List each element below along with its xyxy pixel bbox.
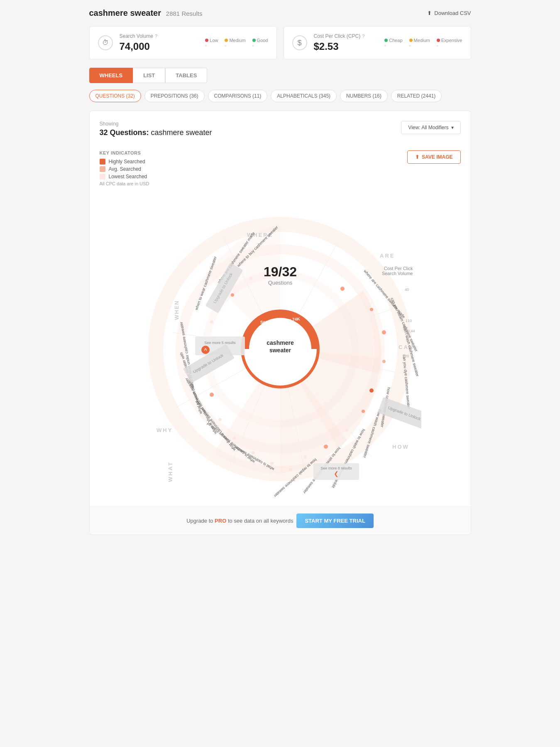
svg-point-33	[369, 388, 374, 393]
svg-text:See more 5 results: See more 5 results	[204, 341, 236, 345]
key-indicators: KEY INDICATORS Highly Searched Avg. Sear…	[100, 150, 149, 186]
indicator-avg-swatch	[100, 166, 105, 172]
cpc-label: Cost Per Click (CPC) ?	[314, 33, 378, 39]
svg-text:❮: ❮	[334, 470, 339, 477]
svg-point-58	[218, 418, 222, 421]
stats-row: ⏱ Search Volume ? 74,000 Low- Medium- Go…	[89, 26, 471, 59]
svg-text:50,44: 50,44	[406, 329, 415, 333]
svg-point-62	[252, 451, 255, 455]
spoke-what: WHAT	[167, 461, 174, 482]
wheel-tooltip-info: Cost Per Click Search Volume	[382, 266, 413, 276]
filter-numbers[interactable]: NUMBERS (16)	[340, 90, 388, 102]
search-volume-card: ⏱ Search Volume ? 74,000 Low- Medium- Go…	[89, 26, 277, 59]
spoke-why: WHY	[157, 427, 173, 433]
tooltip-cpc: Cost Per Click	[382, 266, 413, 271]
main-content-card: Showing 32 Questions: cashmere sweater V…	[89, 111, 471, 535]
cpc-card: $ Cost Per Click (CPC) ? $2.53 Cheap- Me…	[284, 26, 471, 59]
svg-point-39	[324, 445, 328, 449]
page-header: cashmere sweater 2881 Results ⬆ Download…	[89, 8, 471, 18]
svg-text:sweater: sweater	[269, 347, 291, 354]
spoke-how: HOW	[392, 444, 409, 450]
header-title-area: cashmere sweater 2881 Results	[89, 8, 203, 18]
cpc-legend: Cheap- Medium- Expensive-	[384, 38, 462, 48]
upgrade-text: Upgrade to PRO to see data on all keywor…	[186, 518, 293, 524]
legend-good: Good-	[252, 38, 268, 48]
svg-point-27	[382, 360, 386, 363]
svg-point-46	[249, 277, 253, 280]
wheel-visualization: Cost Per Click Search Volume	[100, 199, 461, 500]
chevron-down-icon: ▾	[451, 125, 454, 130]
view-modifier-button[interactable]: View: All Modifiers ▾	[401, 121, 460, 134]
tab-wheels[interactable]: WHEELS	[89, 68, 133, 83]
spoke-are: ARE	[380, 253, 395, 259]
tooltip-sv: Search Volume	[382, 271, 413, 276]
showing-title: 32 Questions: cashmere sweater	[100, 128, 212, 137]
svg-text:Questions: Questions	[268, 280, 292, 286]
filter-tabs: QUESTIONS (32) PREPOSITIONS (36) COMPARI…	[89, 90, 471, 102]
save-image-button[interactable]: ⬆ SAVE IMAGE	[407, 150, 460, 164]
svg-text:19/32: 19/32	[263, 264, 296, 279]
svg-point-64	[270, 462, 274, 465]
cpc-value: $2.53	[314, 41, 378, 52]
legend-cheap: Cheap-	[384, 38, 402, 48]
search-volume-content: Search Volume ? 74,000	[120, 33, 199, 52]
svg-text:110: 110	[406, 319, 412, 323]
wheel-svg: WHEN WHERE ARE CAN HOW WHAT WHY	[139, 199, 421, 499]
start-trial-button[interactable]: START MY FREE TRIAL	[296, 514, 373, 528]
download-label: Download CSV	[434, 10, 471, 16]
legend-medium-sv: Medium-	[225, 38, 245, 48]
svg-text:^: ^	[204, 347, 207, 353]
cpc-help-icon[interactable]: ?	[362, 34, 364, 39]
svg-point-56	[210, 393, 214, 397]
save-image-label: SAVE IMAGE	[422, 154, 452, 160]
search-volume-icon: ⏱	[98, 35, 113, 50]
save-icon: ⬆	[415, 154, 419, 160]
filter-alphabeticals[interactable]: ALPHABETICALS (345)	[271, 90, 337, 102]
cpc-content: Cost Per Click (CPC) ? $2.53	[314, 33, 378, 52]
cpc-icon: $	[292, 35, 307, 50]
legend-low: Low-	[205, 38, 218, 48]
svg-point-60	[233, 437, 236, 440]
svg-text:See more 8 results: See more 8 results	[320, 466, 352, 470]
view-modifier-label: View: All Modifiers	[408, 125, 448, 130]
svg-point-25	[382, 330, 386, 334]
download-csv-button[interactable]: ⬆ Download CSV	[427, 10, 471, 16]
view-tabs: WHEELS LIST TABLES	[89, 68, 471, 83]
indicator-low-swatch	[100, 174, 105, 179]
filter-questions[interactable]: QUESTIONS (32)	[89, 90, 141, 102]
showing-label: Showing	[100, 121, 212, 127]
svg-point-41	[303, 455, 307, 459]
showing-info: Showing 32 Questions: cashmere sweater	[100, 121, 212, 144]
svg-point-35	[362, 410, 365, 413]
spoke-when: WHEN	[174, 300, 180, 320]
upgrade-bar: Upgrade to PRO to see data on all keywor…	[90, 506, 471, 535]
svg-point-21	[340, 287, 345, 291]
key-indicators-title: KEY INDICATORS	[100, 150, 149, 155]
search-volume-value: 74,000	[120, 41, 199, 52]
tab-tables[interactable]: TABLES	[165, 68, 207, 83]
svg-text:20: 20	[405, 354, 409, 358]
svg-text:40: 40	[405, 287, 409, 292]
indicator-lowest-searched: Lowest Searched	[100, 174, 149, 179]
card-top-row: Showing 32 Questions: cashmere sweater V…	[100, 121, 461, 144]
svg-point-48	[231, 293, 234, 297]
indicator-avg-searched: Avg. Searched	[100, 166, 149, 172]
legend-medium-cpc: Medium-	[409, 38, 430, 48]
download-icon: ⬆	[427, 10, 432, 16]
svg-point-23	[370, 308, 373, 311]
svg-point-37	[345, 428, 348, 432]
filter-comparisons[interactable]: COMPARISONS (11)	[208, 90, 268, 102]
indicator-note: All CPC data are in USD	[100, 181, 149, 186]
filter-prepositions[interactable]: PREPOSITIONS (36)	[144, 90, 205, 102]
indicator-high-swatch	[100, 159, 105, 165]
filter-related[interactable]: RELATED (2441)	[391, 90, 442, 102]
svg-point-66	[289, 468, 292, 471]
svg-text:cashmere: cashmere	[267, 339, 294, 346]
search-volume-legend: Low- Medium- Good-	[205, 38, 268, 48]
pro-link[interactable]: PRO	[215, 518, 226, 524]
results-count: 2881 Results	[166, 10, 203, 17]
search-volume-help-icon[interactable]: ?	[155, 34, 157, 39]
svg-point-50	[210, 320, 213, 324]
search-volume-label: Search Volume ?	[120, 33, 199, 39]
tab-list[interactable]: LIST	[133, 68, 165, 83]
